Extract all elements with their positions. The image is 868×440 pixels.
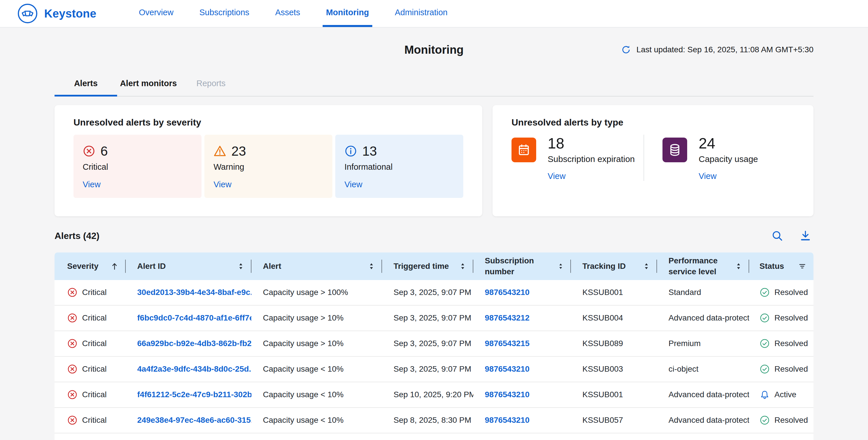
triggered-time-text: Sep 3, 2025, 9:07 PM — [394, 339, 471, 348]
nav-item-overview[interactable]: Overview — [135, 0, 177, 27]
alert-id-link[interactable]: 4a4f2a3e-9dfc-434b-8d0c-25d... — [137, 364, 251, 374]
subscription-number-link[interactable]: 9876543215 — [485, 339, 530, 348]
nav-item-monitoring[interactable]: Monitoring — [322, 0, 373, 27]
alert-text: Capacity usage < 10% — [263, 416, 344, 425]
severity-text: Critical — [82, 416, 107, 425]
column-header-severity[interactable]: Severity — [55, 258, 126, 274]
tab-alert-monitors[interactable]: Alert monitors — [117, 72, 180, 96]
subscription-expiration-view-link[interactable]: View — [548, 172, 565, 181]
warning-icon — [214, 145, 226, 157]
critical-count: 6 — [100, 143, 108, 159]
status-text: Resolved — [774, 339, 808, 348]
sort-icon[interactable] — [458, 262, 467, 270]
triggered-time-text: Sep 3, 2025, 9:07 PM — [394, 313, 471, 323]
sort-icon[interactable] — [557, 262, 565, 270]
critical-label: Critical — [83, 162, 192, 172]
resolved-check-icon — [760, 313, 770, 323]
tracking-id-text: KSSUB003 — [582, 364, 623, 374]
subscription-number-link[interactable]: 9876543210 — [485, 390, 530, 399]
table-row: Critical 66a929bc-b92e-4db3-862b-fb2... … — [55, 331, 813, 357]
sort-icon[interactable] — [237, 262, 245, 270]
capacity-usage-label: Capacity usage — [699, 154, 758, 164]
critical-icon — [67, 338, 78, 349]
severity-card-title: Unresolved alerts by severity — [73, 117, 463, 128]
capacity-usage-view-link[interactable]: View — [699, 172, 716, 181]
severity-text: Critical — [82, 364, 107, 374]
status-text: Resolved — [774, 364, 808, 374]
active-bell-icon — [760, 389, 770, 400]
sort-icon[interactable] — [734, 262, 743, 270]
column-header-alert[interactable]: Alert — [251, 258, 382, 274]
download-icon[interactable] — [799, 230, 812, 242]
alert-text: Capacity usage < 10% — [263, 390, 344, 399]
subscription-number-link[interactable]: 9876543210 — [485, 288, 530, 297]
subscription-expiration-label: Subscription expiration — [548, 154, 635, 164]
sort-ascending-icon[interactable] — [110, 261, 119, 271]
filter-icon[interactable] — [798, 262, 807, 271]
last-updated-text: Last updated: Sep 16, 2025, 11:08 AM GMT… — [637, 45, 813, 54]
subscription-number-link[interactable]: 9876543212 — [485, 313, 530, 323]
alert-id-link[interactable]: 30ed2013-39b4-4e34-8baf-e9c... — [137, 288, 251, 297]
column-header-performance-service-level[interactable]: Performance service level — [657, 253, 749, 280]
resolved-check-icon — [760, 338, 770, 349]
brand-name: Keystone — [44, 7, 96, 20]
alert-text: Capacity usage > 10% — [263, 339, 344, 348]
warning-view-link[interactable]: View — [214, 180, 231, 189]
table-row: Critical 249e38e4-97ec-48e6-ac60-315... … — [55, 408, 813, 433]
tab-reports[interactable]: Reports — [180, 72, 242, 96]
search-icon[interactable] — [771, 230, 784, 242]
status-text: Resolved — [774, 416, 808, 425]
column-header-triggered-time[interactable]: Triggered time — [382, 258, 473, 274]
critical-icon — [83, 145, 95, 157]
table-header-row: Severity Alert ID Alert Triggered time S… — [55, 253, 813, 280]
page-header: Monitoring Last updated: Sep 16, 2025, 1… — [55, 28, 813, 72]
tab-alerts[interactable]: Alerts — [55, 72, 117, 96]
nav-item-administration[interactable]: Administration — [391, 0, 451, 27]
column-header-status[interactable]: Status — [749, 258, 813, 274]
alert-id-link[interactable]: 249e38e4-97ec-48e6-ac60-315... — [137, 416, 251, 425]
unresolved-by-severity-card: Unresolved alerts by severity 6 Critical… — [55, 105, 482, 216]
column-header-subscription-number[interactable]: Subscription number — [473, 253, 571, 280]
psl-text: ci-object — [669, 364, 699, 374]
alert-id-link[interactable]: 66a929bc-b92e-4db3-862b-fb2... — [137, 339, 251, 348]
psl-text: Standard — [669, 288, 701, 297]
keystone-logo-icon — [17, 3, 38, 24]
status-text: Resolved — [774, 288, 808, 297]
subscription-expiration-count: 18 — [548, 135, 635, 152]
nav-item-assets[interactable]: Assets — [272, 0, 304, 27]
informational-view-link[interactable]: View — [344, 180, 362, 189]
unresolved-by-type-card: Unresolved alerts by type 18 Subscriptio… — [493, 105, 813, 216]
alert-text: Capacity usage < 10% — [263, 364, 344, 374]
status-text: Resolved — [774, 313, 808, 323]
severity-text: Critical — [82, 339, 107, 348]
alert-text: Capacity usage > 10% — [263, 313, 344, 323]
alert-id-link[interactable]: f6bc9dc0-7c4d-4870-af1e-6ff7e... — [137, 313, 251, 323]
info-icon — [344, 145, 357, 157]
calendar-icon — [512, 138, 536, 162]
sort-icon[interactable] — [642, 262, 651, 270]
type-card-title: Unresolved alerts by type — [512, 117, 795, 128]
status-text: Active — [774, 390, 796, 399]
table-row: Critical 30ed2013-39b4-4e34-8baf-e9c... … — [55, 280, 813, 305]
critical-icon — [67, 313, 78, 323]
critical-icon — [67, 389, 78, 400]
subscription-number-link[interactable]: 9876543210 — [485, 416, 530, 425]
critical-icon — [67, 415, 78, 426]
table-row: Informational bb2b23bc-18d2-482f-b0cb-d7… — [55, 433, 813, 440]
triggered-time-text: Sep 10, 2025, 9:20 PM — [394, 390, 473, 399]
refresh-icon[interactable] — [621, 45, 631, 55]
brand-logo[interactable]: Keystone — [17, 0, 96, 27]
sort-icon[interactable] — [367, 262, 376, 270]
alert-id-link[interactable]: f4f61212-5c2e-47c9-b211-302b... — [137, 390, 251, 399]
subscription-expiration-item: 18 Subscription expiration View — [512, 135, 644, 181]
column-header-alert-id[interactable]: Alert ID — [126, 258, 251, 274]
column-header-tracking-id[interactable]: Tracking ID — [571, 258, 657, 274]
informational-label: Informational — [344, 162, 454, 172]
critical-view-link[interactable]: View — [83, 180, 100, 189]
warning-tile: 23 Warning View — [205, 135, 332, 198]
table-row: Critical 4a4f2a3e-9dfc-434b-8d0c-25d... … — [55, 357, 813, 382]
nav-item-subscriptions[interactable]: Subscriptions — [196, 0, 253, 27]
subscription-number-link[interactable]: 9876543210 — [485, 364, 530, 374]
psl-text: Advanced data-protect pr... — [669, 390, 749, 399]
tracking-id-text: KSSUB001 — [582, 390, 623, 399]
